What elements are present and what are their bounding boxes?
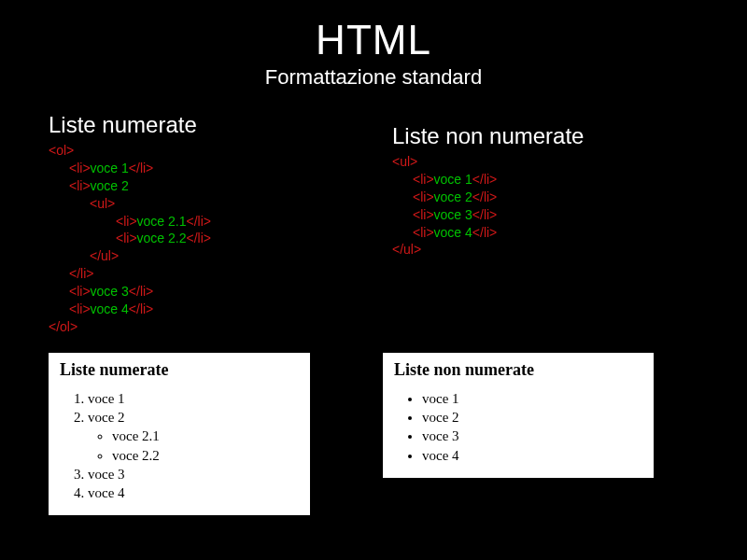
unordered-list: voce 1 voce 2 voce 3 voce 4 <box>394 389 642 465</box>
page-subtitle: Formattazione standard <box>0 65 747 90</box>
right-code-block: <ul> <li>voce 1</li> <li>voce 2</li> <li… <box>392 153 747 259</box>
code-text: voce 2.2 <box>137 231 187 245</box>
code-text: voce 1 <box>91 161 129 175</box>
nested-list: voce 2.1 voce 2.2 <box>88 427 299 465</box>
code-text: voce 4 <box>91 301 129 316</box>
list-item: voce 2.2 <box>112 446 299 465</box>
preview-title: Liste numerate <box>60 360 299 380</box>
code-tag: <li> <box>413 225 434 240</box>
code-tag: </li> <box>472 172 497 187</box>
code-tag: <ul> <box>90 196 115 211</box>
code-tag: <li> <box>116 214 137 229</box>
code-text: voce 2 <box>434 189 472 204</box>
code-tag: </li> <box>129 284 153 299</box>
code-text: voce 2.1 <box>137 214 187 229</box>
code-tag: </ul> <box>90 248 119 263</box>
code-tag: </ul> <box>392 242 421 257</box>
list-item: voce 2 <box>422 408 642 427</box>
code-tag: <li> <box>116 231 137 245</box>
code-tag: <li> <box>413 207 434 222</box>
code-tag: <ul> <box>392 154 417 169</box>
ordered-list: voce 1 voce 2 voce 2.1 voce 2.2 voce 3 v… <box>60 389 299 503</box>
preview-box-ordered: Liste numerate voce 1 voce 2 voce 2.1 vo… <box>49 353 310 516</box>
code-tag: </li> <box>187 214 211 229</box>
code-tag: <li> <box>69 301 91 316</box>
code-tag: </li> <box>129 161 153 175</box>
code-tag: <li> <box>69 178 91 193</box>
list-item-label: voce 2 <box>88 410 125 425</box>
code-tag: <li> <box>413 172 434 187</box>
list-item: voce 2.1 <box>112 427 299 445</box>
preview-box-unordered: Liste non numerate voce 1 voce 2 voce 3 … <box>383 353 654 478</box>
code-tag: <li> <box>413 189 434 204</box>
left-column: Liste numerate <ol> <li>voce 1</li> <li>… <box>0 112 374 336</box>
list-item: voce 4 <box>422 446 642 465</box>
preview-title: Liste non numerate <box>394 360 642 380</box>
left-code-block: <ol> <li>voce 1</li> <li>voce 2 <ul> <li… <box>49 142 374 336</box>
code-tag: <ol> <box>49 143 74 158</box>
code-text: voce 3 <box>91 284 129 299</box>
code-tag: </ol> <box>49 319 78 334</box>
code-tag: </li> <box>472 225 497 240</box>
columns-container: Liste numerate <ol> <li>voce 1</li> <li>… <box>0 112 747 336</box>
code-text: voce 3 <box>434 207 472 222</box>
code-tag: </li> <box>129 301 153 316</box>
left-heading: Liste numerate <box>49 112 374 138</box>
list-item: voce 2 voce 2.1 voce 2.2 <box>88 408 299 465</box>
list-item: voce 3 <box>88 465 299 483</box>
preview-right: Liste non numerate voce 1 voce 2 voce 3 … <box>383 353 654 516</box>
list-item: voce 1 <box>88 389 299 408</box>
code-text: voce 2 <box>91 178 129 193</box>
right-column: Liste non numerate <ul> <li>voce 1</li> … <box>374 112 747 336</box>
code-tag: <li> <box>69 284 91 299</box>
code-text: voce 4 <box>434 225 472 240</box>
preview-left: Liste numerate voce 1 voce 2 voce 2.1 vo… <box>49 353 310 516</box>
page-title: HTML <box>0 17 747 63</box>
code-tag: </li> <box>69 266 93 281</box>
code-tag: </li> <box>187 231 211 245</box>
code-text: voce 1 <box>434 172 472 187</box>
code-tag: </li> <box>472 207 497 222</box>
code-tag: </li> <box>472 189 497 204</box>
preview-row: Liste numerate voce 1 voce 2 voce 2.1 vo… <box>0 353 747 516</box>
right-heading: Liste non numerate <box>392 123 747 149</box>
code-tag: <li> <box>69 161 91 175</box>
list-item: voce 4 <box>88 483 299 502</box>
list-item: voce 3 <box>422 427 642 445</box>
list-item: voce 1 <box>422 389 642 408</box>
